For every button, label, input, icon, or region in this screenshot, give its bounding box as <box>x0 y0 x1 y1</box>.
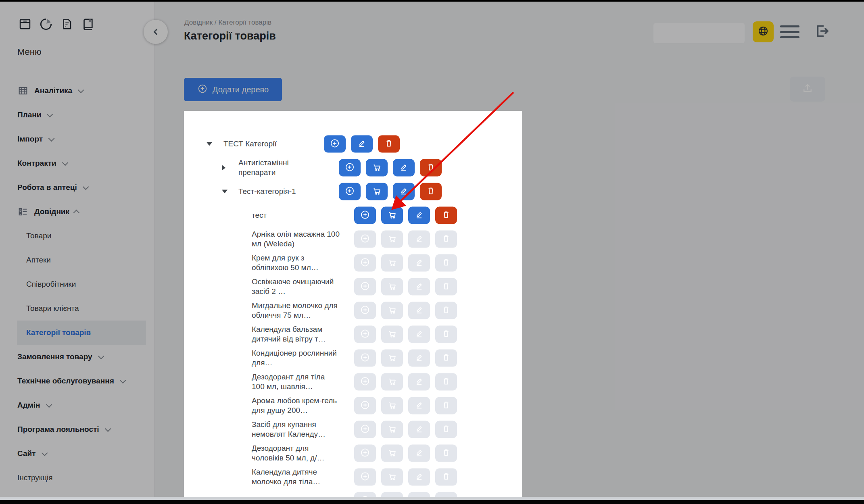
add-icon <box>360 281 370 293</box>
edit-button <box>408 326 430 343</box>
tree-row: Календула дитяче молочко для тіла… <box>184 468 522 486</box>
tree-node-label: Засіб для купання немовлят Календу… <box>252 420 340 439</box>
add-subcategory-button[interactable] <box>354 207 376 224</box>
delete-icon <box>441 400 451 412</box>
tree-row: Кондиціонер рослинний для… <box>184 349 522 367</box>
delete-icon <box>441 328 451 340</box>
edit-button[interactable] <box>393 159 415 177</box>
delete-button <box>435 326 457 343</box>
row-actions <box>354 326 457 343</box>
add-icon <box>330 138 340 150</box>
cart-button <box>381 421 403 438</box>
row-actions <box>354 207 457 224</box>
delete-button[interactable] <box>435 207 457 224</box>
delete-icon <box>441 257 451 269</box>
cart-button[interactable] <box>366 159 388 177</box>
edit-button[interactable] <box>408 207 430 224</box>
add-subcategory-button <box>354 254 376 272</box>
edit-button <box>408 421 430 438</box>
add-subcategory-button <box>354 326 376 343</box>
tree-node-label: ТЕСТ Категорії <box>223 139 311 149</box>
tree-row: Засіб для купання немовлят Календу… <box>184 421 522 438</box>
tree-row: Тест-категорія-1 <box>184 183 522 200</box>
cart-icon <box>371 162 382 174</box>
caret-down-icon[interactable] <box>222 190 227 194</box>
delete-button[interactable] <box>420 183 442 200</box>
edit-icon <box>414 281 424 293</box>
tree-row: Дезодорант для тіла 100 мл, шавлія… <box>184 373 522 391</box>
edit-icon <box>399 185 409 198</box>
add-icon <box>360 233 370 245</box>
edit-icon <box>414 328 424 340</box>
edit-button[interactable] <box>351 135 373 153</box>
edit-button <box>408 469 430 486</box>
row-actions <box>354 397 457 414</box>
cart-button[interactable] <box>381 207 403 224</box>
top-black-bar <box>0 0 864 2</box>
cart-icon <box>387 257 397 269</box>
cart-button <box>381 469 403 486</box>
cart-icon <box>387 447 397 459</box>
cart-icon <box>387 352 397 364</box>
delete-icon <box>441 447 451 459</box>
row-actions <box>354 254 457 272</box>
tree-row: Крем для рук з обліпихою 50 мл… <box>184 254 522 272</box>
add-icon <box>360 209 370 221</box>
edit-button <box>408 254 430 272</box>
cart-button[interactable] <box>366 183 388 200</box>
edit-button <box>408 445 430 462</box>
tree-node-label: Календула бальзам дитячий від вітру т… <box>252 325 340 344</box>
cart-button <box>381 302 403 319</box>
add-icon <box>360 352 370 364</box>
tree-row: ТЕСТ Категорії <box>184 135 522 153</box>
tree-row: Арома любов крем-гель для душу 200… <box>184 397 522 414</box>
tree-node-label: Мигдальне молочко для обличчя 75 мл… <box>252 301 340 320</box>
edit-button[interactable] <box>393 183 415 200</box>
row-actions <box>354 445 457 462</box>
category-tree-panel: ТЕСТ КатегоріїАнтигістамінні препаратиТе… <box>184 111 522 497</box>
add-subcategory-button <box>354 469 376 486</box>
delete-button <box>435 397 457 414</box>
delete-button <box>435 254 457 272</box>
add-subcategory-button[interactable] <box>339 183 361 200</box>
delete-button <box>435 302 457 319</box>
row-actions <box>339 183 442 200</box>
cart-icon <box>371 185 382 198</box>
row-actions <box>339 159 442 177</box>
delete-button <box>435 445 457 462</box>
row-actions <box>324 135 400 153</box>
add-subcategory-button[interactable] <box>339 159 361 177</box>
tree-node-label: Крем для рук з обліпихою 50 мл… <box>252 253 340 273</box>
add-icon <box>360 376 370 388</box>
add-subcategory-button <box>354 445 376 462</box>
cart-button <box>381 278 403 296</box>
tree-node-label: Кондиціонер рослинний для… <box>252 348 340 368</box>
delete-button[interactable] <box>420 159 442 177</box>
edit-icon <box>414 233 424 245</box>
delete-icon <box>426 162 436 174</box>
caret-down-icon[interactable] <box>207 142 212 146</box>
delete-icon <box>441 376 451 388</box>
delete-button[interactable] <box>378 135 400 153</box>
tree-node-label: Дезодорант для чоловіків 50 мл, д/… <box>252 444 340 463</box>
row-actions <box>354 231 457 248</box>
cart-button <box>381 350 403 367</box>
add-subcategory-button <box>354 421 376 438</box>
tree-node-label: Арніка олія масажна 100 мл (Weleda) <box>252 229 340 249</box>
caret-right-icon[interactable] <box>222 165 225 171</box>
cart-button <box>381 254 403 272</box>
add-subcategory-button <box>354 302 376 319</box>
tree-node-label: тест <box>252 210 340 220</box>
horizontal-scrollbar[interactable] <box>0 497 864 500</box>
delete-button <box>435 278 457 296</box>
delete-icon <box>384 138 394 150</box>
delete-icon <box>441 423 451 435</box>
cart-icon <box>387 281 397 293</box>
add-icon <box>360 471 370 483</box>
tree-node-label: Календула дитяче молочко для тіла… <box>252 467 340 487</box>
add-icon <box>360 423 370 435</box>
edit-button <box>408 302 430 319</box>
edit-icon <box>414 352 424 364</box>
add-subcategory-button[interactable] <box>324 135 346 153</box>
delete-icon <box>426 185 436 198</box>
